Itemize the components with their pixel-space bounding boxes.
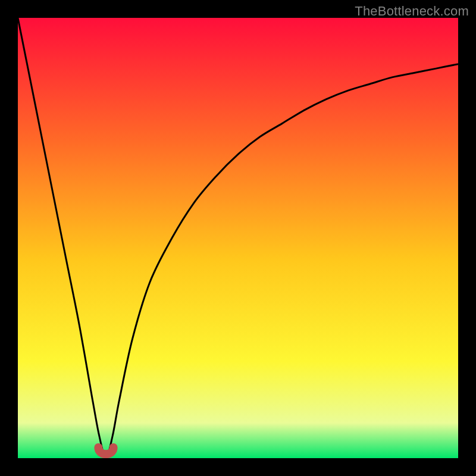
watermark-text: TheBottleneck.com <box>355 4 469 19</box>
chart-frame: TheBottleneck.com <box>0 0 476 476</box>
plot-area <box>18 18 458 458</box>
gradient-background <box>18 18 458 458</box>
bottleneck-chart <box>18 18 458 458</box>
